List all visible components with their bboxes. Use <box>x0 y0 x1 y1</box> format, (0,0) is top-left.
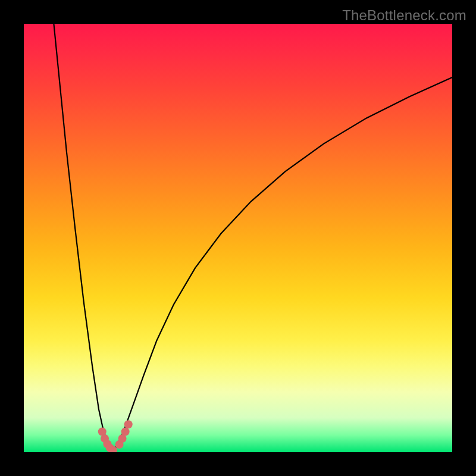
trough-marker <box>121 427 130 436</box>
trough-markers <box>98 420 133 452</box>
curve-layer <box>24 24 452 452</box>
plot-area <box>24 24 452 452</box>
trough-marker <box>124 420 133 428</box>
curve-left <box>54 24 112 451</box>
chart-frame: TheBottleneck.com <box>0 0 476 476</box>
curve-right <box>113 77 452 451</box>
watermark-text: TheBottleneck.com <box>342 7 466 24</box>
